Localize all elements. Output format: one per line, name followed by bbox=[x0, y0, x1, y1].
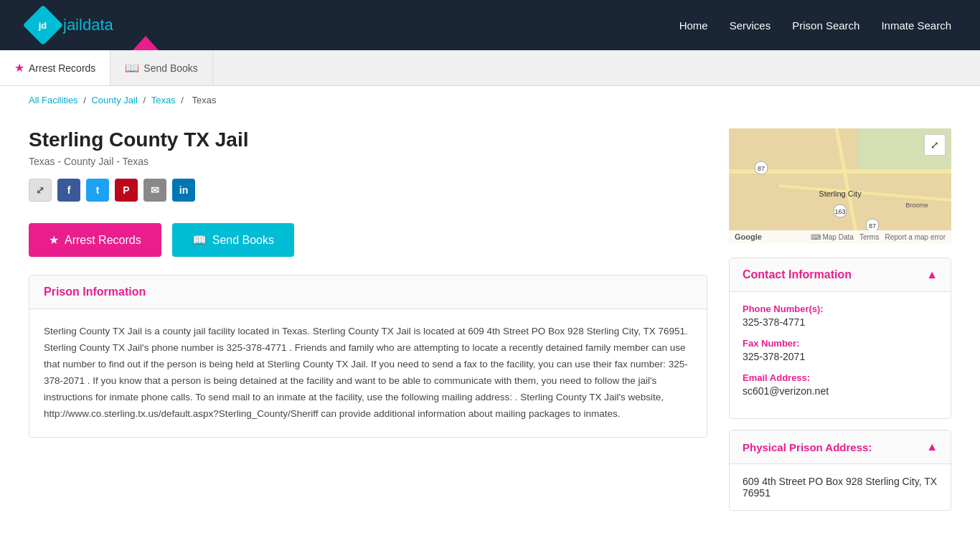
page-subtitle: Texas - County Jail - Texas bbox=[29, 156, 707, 167]
social-share-button[interactable]: ⤢ bbox=[29, 179, 52, 202]
google-logo: Google bbox=[735, 232, 762, 241]
map-container: 87 87 163 Sterling City Broome ⤢ Google … bbox=[729, 128, 951, 243]
phone-field: Phone Number(s): 325-378-4771 bbox=[743, 303, 938, 328]
phone-value: 325-378-4771 bbox=[743, 316, 938, 328]
pinterest-icon: P bbox=[123, 184, 129, 196]
send-books-button-label: Send Books bbox=[212, 234, 274, 247]
email-field: Email Address: sc601@verizon.net bbox=[743, 372, 938, 397]
send-book-icon: 📖 bbox=[192, 233, 207, 247]
breadcrumb-all-facilities[interactable]: All Facilities bbox=[29, 95, 78, 105]
twitter-icon: t bbox=[96, 184, 100, 196]
left-column: Sterling County TX Jail Texas - County J… bbox=[29, 128, 707, 511]
logo-data: data bbox=[83, 16, 113, 34]
breadcrumb-sep-1: / bbox=[83, 95, 88, 105]
send-books-button[interactable]: 📖 Send Books bbox=[172, 223, 294, 257]
social-linkedin-button[interactable]: in bbox=[172, 179, 195, 202]
email-label: Email Address: bbox=[743, 372, 938, 383]
contact-title: Contact Information bbox=[743, 268, 852, 281]
logo-diamond-icon: jd bbox=[23, 5, 64, 46]
social-twitter-button[interactable]: t bbox=[86, 179, 109, 202]
arrest-records-button[interactable]: ★ Arrest Records bbox=[29, 223, 161, 257]
pink-triangle-icon bbox=[133, 36, 159, 50]
main-nav: Home Services Prison Search Inmate Searc… bbox=[679, 19, 951, 32]
address-chevron-up-icon[interactable]: ▲ bbox=[926, 441, 938, 453]
share-icon: ⤢ bbox=[36, 184, 44, 196]
prison-info-body: Sterling County TX Jail is a county jail… bbox=[29, 309, 707, 437]
svg-text:87: 87 bbox=[758, 165, 765, 172]
breadcrumb-sep-3: / bbox=[181, 95, 186, 105]
svg-text:163: 163 bbox=[834, 208, 845, 215]
address-card: Physical Prison Address: ▲ 609 4th Stree… bbox=[729, 430, 951, 511]
prison-info-title: Prison Information bbox=[44, 286, 692, 298]
expand-icon: ⤢ bbox=[930, 139, 939, 151]
logo-jail: jail bbox=[63, 16, 83, 34]
logo-jd-text: jd bbox=[39, 20, 47, 31]
phone-label: Phone Number(s): bbox=[743, 303, 938, 314]
breadcrumb-texas-link[interactable]: Texas bbox=[151, 95, 176, 105]
prison-info-box: Prison Information Sterling County TX Ja… bbox=[29, 275, 707, 438]
contact-card-header: Contact Information ▲ bbox=[730, 258, 951, 292]
arrest-star-icon: ★ bbox=[49, 233, 59, 247]
logo-area: jd jaildata bbox=[29, 11, 113, 39]
nav-home[interactable]: Home bbox=[679, 19, 708, 32]
prison-info-header: Prison Information bbox=[29, 276, 707, 309]
nav-services[interactable]: Services bbox=[730, 19, 771, 32]
svg-text:87: 87 bbox=[869, 222, 876, 230]
sub-nav: ★ Arrest Records 📖 Send Books bbox=[0, 50, 980, 86]
chevron-up-icon[interactable]: ▲ bbox=[926, 268, 938, 281]
map-expand-button[interactable]: ⤢ bbox=[924, 134, 946, 156]
address-card-header: Physical Prison Address: ▲ bbox=[730, 430, 951, 464]
map-footer: Google ⌨ Map Data Terms Report a map err… bbox=[729, 230, 951, 243]
fax-label: Fax Number: bbox=[743, 338, 938, 349]
social-email-button[interactable]: ✉ bbox=[143, 179, 166, 202]
breadcrumb-county-jail[interactable]: County Jail bbox=[91, 95, 137, 105]
book-icon: 📖 bbox=[125, 61, 139, 75]
social-pinterest-button[interactable]: P bbox=[115, 179, 138, 202]
arrest-records-button-label: Arrest Records bbox=[65, 234, 141, 247]
prison-info-text: Sterling County TX Jail is a county jail… bbox=[44, 324, 692, 423]
linkedin-icon: in bbox=[179, 184, 188, 196]
breadcrumb-sep-2: / bbox=[143, 95, 148, 105]
action-buttons: ★ Arrest Records 📖 Send Books bbox=[29, 223, 707, 257]
social-icons: ⤢ f t P ✉ in bbox=[29, 179, 707, 202]
svg-text:Broome: Broome bbox=[905, 202, 928, 209]
tab-arrest-records[interactable]: ★ Arrest Records bbox=[0, 50, 110, 85]
fax-field: Fax Number: 325-378-2071 bbox=[743, 338, 938, 362]
svg-text:Sterling City: Sterling City bbox=[819, 189, 862, 198]
fax-value: 325-378-2071 bbox=[743, 351, 938, 362]
map-svg: 87 87 163 Sterling City Broome bbox=[729, 128, 951, 243]
main-content: Sterling County TX Jail Texas - County J… bbox=[0, 114, 980, 525]
star-icon: ★ bbox=[14, 61, 24, 75]
send-books-tab-label: Send Books bbox=[143, 62, 198, 74]
breadcrumb: All Facilities / County Jail / Texas / T… bbox=[0, 86, 980, 114]
contact-card-body: Phone Number(s): 325-378-4771 Fax Number… bbox=[730, 292, 951, 418]
facebook-icon: f bbox=[67, 184, 71, 196]
keyboard-icon: ⌨ bbox=[811, 233, 821, 241]
logo-text: jaildata bbox=[63, 16, 113, 34]
nav-inmate-search[interactable]: Inmate Search bbox=[881, 19, 951, 32]
email-icon: ✉ bbox=[151, 184, 159, 196]
page-title: Sterling County TX Jail bbox=[29, 128, 707, 151]
address-value: 609 4th Street PO Box 928 Sterling City,… bbox=[743, 476, 937, 499]
right-column: 87 87 163 Sterling City Broome ⤢ Google … bbox=[729, 128, 951, 511]
address-card-body: 609 4th Street PO Box 928 Sterling City,… bbox=[730, 464, 951, 510]
social-facebook-button[interactable]: f bbox=[57, 179, 80, 202]
contact-card: Contact Information ▲ Phone Number(s): 3… bbox=[729, 258, 951, 419]
address-title: Physical Prison Address: bbox=[743, 441, 872, 453]
nav-prison-search[interactable]: Prison Search bbox=[792, 19, 859, 32]
breadcrumb-texas-current: Texas bbox=[192, 95, 216, 105]
arrest-records-tab-label: Arrest Records bbox=[29, 62, 95, 74]
tab-send-books[interactable]: 📖 Send Books bbox=[110, 50, 213, 85]
email-value: sc601@verizon.net bbox=[743, 385, 938, 397]
map-data-label: ⌨ Map Data Terms Report a map error bbox=[811, 233, 946, 241]
